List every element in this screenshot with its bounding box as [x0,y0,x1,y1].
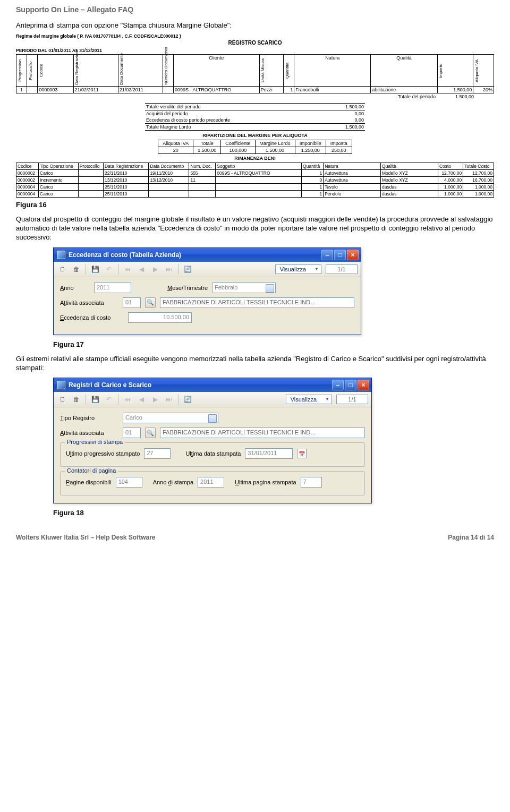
cell: 20% [473,87,494,93]
cell [78,184,103,191]
eccedenza-field[interactable]: 10.500,00 [128,312,192,323]
aliquota-table: Aliquota IVA Totale Coefficiente Margine… [158,140,352,154]
cell: 1.000,00 [463,191,494,198]
first-icon[interactable]: ⏮ [122,394,133,405]
table-row: 1 0000003 21/02/2011 21/02/2011 0099S - … [16,87,494,93]
cell: 100,000 [221,147,255,154]
cell [149,184,189,191]
attivita-code-field[interactable]: 01 [123,297,141,308]
last-icon[interactable]: ⏭ [163,394,175,405]
col: Tipo Operazione [39,163,79,170]
maximize-button[interactable]: □ [334,250,346,260]
titlebar[interactable]: Eccedenza di costo (Tabella Azienda) – □… [54,248,361,262]
binocular-icon[interactable]: 🔍 [145,297,156,308]
cell: Carico [39,170,79,177]
last-icon[interactable]: ⏭ [163,263,175,275]
prev-icon[interactable]: ◀ [135,394,147,405]
intro-text: Anteprima di stampa con opzione "Stampa … [16,21,494,29]
cell [27,87,38,93]
mode-combo[interactable]: Visualizza [286,395,332,404]
col: Totale [193,140,221,147]
attivita-desc-field: FABBRICAZIONE DI ARTICOLI TESSILI TECNIC… [160,297,354,308]
report-subtitle-2: RIMANENZA BENI [16,156,494,161]
cell: 1 [16,87,27,93]
col: Qualità [381,163,438,170]
col: Aliquota IVA [158,140,193,147]
prev-icon[interactable]: ◀ [135,263,147,275]
cell: 1.500,00 [437,87,473,93]
col: Protocollo [78,163,103,170]
sum-label: Totale Margine Lordo [145,124,322,131]
cell: Autovettura [324,177,381,184]
app-icon [57,251,65,259]
cell: 1.000,00 [463,184,494,191]
pagine-disp-field[interactable]: 104 [116,477,142,488]
report-subtitle-1: RIPARTIZIONE DEL MARGINE PER ALIQUOTA [16,133,494,138]
cell: 0000002 [16,170,39,177]
anno-stampa-field[interactable]: 2011 [198,477,224,488]
col: Imposta [326,140,352,147]
cell: Carico [39,191,79,198]
ult-data-field[interactable]: 31/01/2011 [245,448,293,459]
ult-prog-field[interactable]: 27 [144,448,171,459]
cell [163,87,173,93]
figure-17-label: Figura 17 [53,340,494,348]
new-icon[interactable]: 🗋 [57,263,69,275]
cell: 4.000,00 [438,177,463,184]
refresh-icon[interactable]: 🔄 [182,394,193,405]
pager-display: 1/1 [336,395,368,404]
cell: Francobolli [294,87,371,93]
next-icon[interactable]: ▶ [149,263,161,275]
delete-icon[interactable]: 🗑 [71,263,82,275]
maximize-button[interactable]: □ [345,380,356,390]
undo-icon[interactable]: ↶ [103,263,115,275]
cell [78,177,103,184]
binocular-icon[interactable]: 🔍 [145,428,156,438]
undo-icon[interactable]: ↶ [103,394,115,405]
app-icon [57,381,65,389]
window-title: Eccedenza di costo (Tabella Azienda) [69,251,321,259]
minimize-button[interactable]: – [321,250,333,260]
cell: 13/12/2010 [103,177,148,184]
new-icon[interactable]: 🗋 [57,394,69,405]
cell: 555 [189,170,216,177]
next-icon[interactable]: ▶ [149,394,161,405]
first-icon[interactable]: ⏮ [122,263,133,275]
footer-right: Pagina 14 di 14 [448,534,494,541]
ult-pag-label: Ultima pagina stampata [235,479,296,485]
save-icon[interactable]: 💾 [89,263,101,275]
col: Data Registrazione [73,55,118,87]
save-icon[interactable]: 💾 [89,394,101,405]
cell: 25/11/2010 [103,191,148,198]
sum-value: 1.500,00 [322,124,365,131]
cell: Pezzi [259,87,283,93]
window-title: Registri di Carico e Scarico [69,381,332,389]
cell: 25/11/2010 [103,184,148,191]
figure-18-label: Figura 18 [53,509,494,517]
minimize-button[interactable]: – [332,380,344,390]
eccedenza-label: Eccedenza di costo [60,314,124,321]
ult-pag-field[interactable]: 7 [301,477,322,488]
refresh-icon[interactable]: 🔄 [182,263,193,275]
attivita-code-field[interactable]: 01 [123,428,141,438]
cell: 12.700,00 [438,170,463,177]
delete-icon[interactable]: 🗑 [71,394,82,405]
eccedenza-window: Eccedenza di costo (Tabella Azienda) – □… [53,247,361,335]
mode-combo[interactable]: Visualizza [275,264,321,274]
mese-combo[interactable]: Febbraio [212,283,276,293]
tipo-registro-combo[interactable]: Carico [123,413,218,423]
cell: Modello XYZ [381,177,438,184]
titlebar[interactable]: Registri di Carico e Scarico – □ × [54,378,371,392]
contatori-group: Contatori di pagina Pagine disponibili 1… [60,471,365,495]
anno-field[interactable]: 2011 [94,283,131,293]
col: Margine Lordo [255,140,295,147]
col: Num. Doc. [189,163,216,170]
attivita-desc-field: FABBRICAZIONE DI ARTICOLI TESSILI TECNIC… [160,428,365,438]
cell: 16.700,00 [463,177,494,184]
cell: 1.500,00 [193,147,221,154]
col: Totale Costo [463,163,494,170]
close-button[interactable]: × [347,250,359,260]
report-period: PERIODO DAL 01/01/2011 AL 31/12/2011 [16,48,494,53]
close-button[interactable]: × [358,380,369,390]
calendar-icon[interactable]: 📅 [297,449,307,458]
